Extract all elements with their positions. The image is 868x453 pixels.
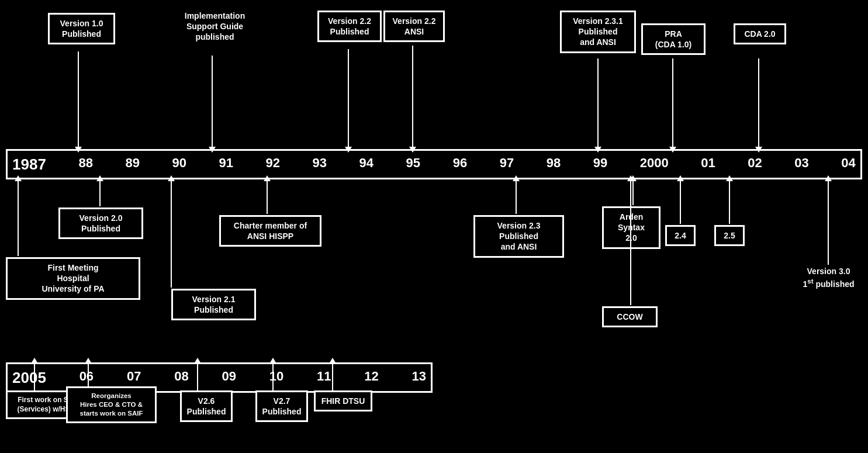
event-v26-label: V2.6Published: [187, 396, 226, 416]
arrow-v22: [348, 49, 349, 148]
arrow-pra: [672, 58, 673, 148]
year-89: 89: [125, 155, 139, 174]
event-v30: Version 3.01st published: [792, 266, 865, 289]
event-v24: 2.4: [665, 225, 696, 246]
event-v25-label: 2.5: [724, 231, 735, 240]
year-98: 98: [547, 155, 561, 174]
event-firstmtg: First MeetingHospitalUniversity of PA: [6, 257, 140, 300]
arrow-03-up: [729, 180, 730, 224]
arrow-99-up: [632, 180, 634, 205]
arrow-04-up: [828, 180, 829, 265]
year-09: 09: [222, 369, 236, 387]
arrow-v231: [597, 58, 599, 148]
event-v10: Version 1.0Published: [48, 13, 115, 44]
event-v22-label: Version 2.2Published: [328, 16, 371, 36]
event-arden: ArdenSyntax2.0: [602, 206, 660, 249]
arrow-98-up: [630, 180, 631, 305]
arrow-b11-up: [332, 362, 333, 392]
year-06: 06: [79, 369, 94, 387]
arrow-v22ansi: [412, 46, 413, 148]
event-v21-label: Version 2.1Published: [192, 295, 236, 314]
year-02: 02: [748, 155, 762, 174]
event-v25: 2.5: [714, 225, 745, 246]
year-07: 07: [127, 369, 141, 387]
event-v27-label: V2.7Published: [262, 396, 302, 416]
event-v21: Version 2.1Published: [171, 289, 256, 320]
bottom-years: 2005 06 07 08 09 10 11 12 13: [12, 369, 426, 387]
year-13: 13: [411, 369, 426, 387]
arrow-90-up: [171, 180, 172, 288]
arrow-01-up: [680, 180, 681, 224]
event-charter-label: Charter member ofANSI HISPP: [234, 221, 307, 241]
event-v23: Version 2.3Publishedand ANSI: [473, 215, 564, 258]
year-88: 88: [78, 155, 92, 174]
arrow-1987-up: [18, 180, 19, 256]
top-years: 1987 88 89 90 91 92 93 94 95 96 97 98 99…: [12, 155, 856, 174]
arrow-91-up: [267, 180, 268, 214]
arrow-v10: [78, 51, 79, 148]
arrow-96-up: [516, 180, 517, 214]
timeline-container: 1987 88 89 90 91 92 93 94 95 96 97 98 99…: [0, 0, 868, 453]
year-03: 03: [794, 155, 808, 174]
year-94: 94: [359, 155, 374, 174]
event-reorg: ReorganizesHires CEO & CTO &starts work …: [66, 386, 157, 423]
event-v26: V2.6Published: [180, 390, 233, 422]
event-cda2-label: CDA 2.0: [744, 29, 775, 39]
event-firstmtg-label: First MeetingHospitalUniversity of PA: [42, 263, 104, 293]
event-pra: PRA(CDA 1.0): [641, 23, 706, 55]
event-v231-label: Version 2.3.1Publishedand ANSI: [573, 16, 623, 47]
timeline-bar-top: 1987 88 89 90 91 92 93 94 95 96 97 98 99…: [6, 149, 862, 179]
event-charter: Charter member ofANSI HISPP: [219, 215, 321, 247]
year-97: 97: [500, 155, 514, 174]
arrow-b2005-up: [34, 362, 35, 392]
event-reorg-label: ReorganizesHires CEO & CTO &starts work …: [80, 392, 143, 417]
event-v20: Version 2.0Published: [58, 208, 143, 239]
arrow-cda2: [758, 58, 759, 148]
year-92: 92: [266, 155, 280, 174]
year-90: 90: [172, 155, 186, 174]
year-2005: 2005: [12, 369, 46, 387]
arrow-b10-up: [272, 362, 274, 392]
event-v22ansi-label: Version 2.2ANSI: [393, 16, 436, 36]
year-12: 12: [364, 369, 378, 387]
event-pra-label: PRA(CDA 1.0): [655, 29, 692, 49]
event-v22: Version 2.2Published: [317, 11, 382, 42]
arrow-isg: [212, 56, 213, 148]
event-v10-label: Version 1.0Published: [60, 19, 103, 39]
arrow-88-up: [99, 180, 101, 206]
event-v22ansi: Version 2.2ANSI: [383, 11, 445, 42]
year-01: 01: [701, 155, 715, 174]
arrow-b08-up: [197, 362, 198, 392]
year-08: 08: [174, 369, 188, 387]
event-isg: ImplementationSupport Guidepublished: [172, 11, 257, 43]
event-cda2: CDA 2.0: [734, 23, 786, 44]
event-v24-label: 2.4: [675, 231, 686, 240]
year-95: 95: [406, 155, 420, 174]
event-v231: Version 2.3.1Publishedand ANSI: [560, 11, 636, 53]
event-fhir: FHIR DTSU: [314, 390, 372, 411]
event-v30-label: Version 3.01st published: [803, 267, 854, 289]
event-fhir-label: FHIR DTSU: [321, 396, 365, 406]
event-ccow: CCOW: [602, 306, 658, 327]
event-ccow-label: CCOW: [617, 312, 642, 321]
year-99: 99: [593, 155, 607, 174]
year-1987: 1987: [12, 155, 46, 174]
year-91: 91: [219, 155, 233, 174]
year-2000: 2000: [640, 155, 669, 174]
event-v23-label: Version 2.3Publishedand ANSI: [497, 221, 541, 251]
event-v20-label: Version 2.0Published: [79, 213, 123, 233]
arrow-b06-up: [88, 362, 89, 388]
event-v27: V2.7Published: [255, 390, 308, 422]
year-10: 10: [269, 369, 283, 387]
year-04: 04: [841, 155, 855, 174]
event-isg-label: ImplementationSupport Guidepublished: [185, 11, 245, 42]
year-93: 93: [313, 155, 327, 174]
year-96: 96: [453, 155, 467, 174]
year-11: 11: [317, 369, 331, 387]
